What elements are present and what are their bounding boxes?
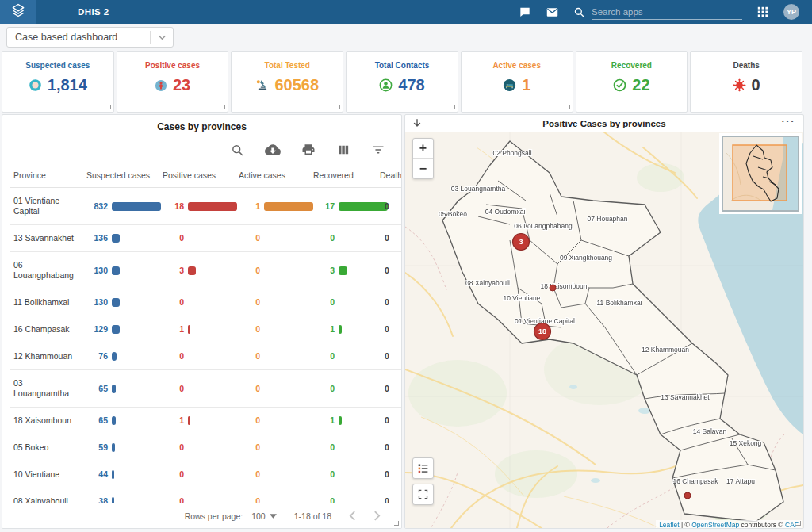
column-header: Positive cases	[159, 163, 236, 188]
pagination-range: 1-18 of 18	[294, 511, 331, 521]
suspected-value: 129	[86, 324, 108, 335]
columns-icon[interactable]	[336, 143, 350, 157]
next-page-button[interactable]	[373, 511, 381, 521]
suspected-bar	[112, 266, 120, 275]
osm-link[interactable]: OpenStreetMap	[691, 521, 739, 529]
card-resize-handle[interactable]	[220, 105, 225, 109]
mail-icon[interactable]	[546, 6, 559, 19]
map-region-label: 10 Vientiane	[503, 294, 540, 302]
more-options-icon[interactable]: ···	[782, 115, 796, 127]
map-region-label: 15 Xekong	[730, 439, 762, 447]
dhis2-logo[interactable]	[0, 0, 36, 24]
filter-icon[interactable]	[371, 143, 385, 157]
kpi-card-title: Positive cases	[117, 61, 228, 70]
deaths-value: 0	[377, 316, 401, 343]
kpi-card-deaths: Deaths0	[690, 51, 802, 113]
active-value: 0	[239, 351, 260, 362]
card-resize-handle[interactable]	[795, 105, 799, 109]
table-toolbar	[2, 132, 401, 163]
suspected-value: 136	[86, 233, 108, 243]
map-cluster-marker[interactable]: 3	[513, 234, 530, 251]
province-cell: 03 Louangnamtha	[10, 370, 83, 408]
suspected-value: 832	[86, 201, 108, 212]
card-resize-handle[interactable]	[335, 105, 340, 109]
virus-icon	[733, 78, 746, 92]
active-value: 0	[239, 415, 260, 426]
panel-resize-handle[interactable]	[394, 521, 399, 526]
rows-per-page-select[interactable]: Rows per page: 100	[185, 511, 277, 521]
dashboard-selector[interactable]: Case based dashboard	[6, 27, 174, 48]
table-header-row: ProvinceSuspected casesPositive casesAct…	[10, 163, 401, 188]
map-region-label: 09 Xiangkhouang	[560, 254, 612, 262]
table-row: 12 Khammouan760000	[10, 343, 401, 370]
kpi-cards-row: Suspected cases1,814Positive cases23Tota…	[0, 51, 812, 113]
province-cell: 01 Vientiane Capital	[10, 188, 83, 225]
deaths-value: 0	[377, 461, 401, 488]
active-value: 0	[239, 324, 260, 335]
kpi-card-value: 1,814	[48, 76, 87, 94]
kpi-card-value: 1	[522, 76, 530, 94]
positive-bar	[188, 325, 190, 334]
province-cell: 05 Bokeo	[10, 434, 83, 461]
map-canvas[interactable]: 02 Phongsali03 Louangnamtha05 Bokeo04 Ou…	[405, 132, 803, 529]
recovered-value: 0	[313, 384, 335, 394]
card-resize-handle[interactable]	[680, 105, 684, 109]
zoom-in-button[interactable]: +	[413, 139, 433, 159]
legend-button[interactable]	[412, 457, 434, 479]
positive-value: 0	[163, 297, 184, 308]
recovered-bar	[339, 416, 342, 425]
rows-per-page-label: Rows per page:	[185, 511, 243, 521]
kpi-card-active-cases: Active cases1	[461, 51, 573, 113]
deaths-value: 0	[377, 225, 401, 252]
user-avatar[interactable]: YP	[783, 4, 799, 20]
map-region-label: 13 Savannakhet	[661, 393, 710, 401]
recovered-bar	[339, 325, 342, 334]
card-resize-handle[interactable]	[450, 105, 455, 109]
deaths-value: 0	[377, 343, 401, 370]
dashboard-bar: Case based dashboard	[0, 24, 812, 51]
map-region-label: 17 Attapu	[726, 477, 755, 485]
map-panel-title: Positive Cases by provinces	[405, 119, 803, 128]
download-arrow-icon[interactable]	[412, 118, 423, 132]
leaflet-link[interactable]: Leaflet	[659, 521, 680, 529]
suspected-bar	[112, 352, 117, 361]
check-circle-icon	[613, 78, 626, 92]
microscope-icon	[255, 78, 269, 92]
overview-minimap[interactable]	[722, 136, 799, 212]
suspected-bar	[112, 202, 161, 211]
previous-page-button[interactable]	[349, 511, 356, 521]
search-apps-input[interactable]	[592, 4, 742, 20]
search-icon	[573, 6, 585, 18]
deaths-value: 0	[377, 289, 401, 316]
province-cell: 11 Bolikhamxai	[10, 289, 83, 316]
map-case-dot[interactable]	[550, 285, 556, 291]
zoom-control: + −	[412, 138, 434, 179]
map-case-dot[interactable]	[684, 492, 691, 499]
kpi-card-total-tested: Total Tested60568	[231, 51, 343, 113]
map-cluster-marker[interactable]: 18	[534, 323, 551, 340]
card-resize-handle[interactable]	[565, 105, 570, 109]
panel-resize-handle[interactable]	[796, 521, 801, 526]
active-value: 0	[239, 442, 260, 453]
print-icon[interactable]	[301, 143, 316, 157]
column-header: Suspected cases	[83, 163, 159, 188]
table-search-icon[interactable]	[231, 144, 244, 157]
marker-count: 18	[538, 327, 546, 335]
map-region-label: 12 Khammouan	[642, 346, 689, 354]
positive-bar	[188, 416, 190, 425]
suspected-value: 130	[86, 266, 108, 276]
card-resize-handle[interactable]	[106, 105, 111, 109]
zoom-out-button[interactable]: −	[413, 159, 433, 178]
fullscreen-icon	[418, 489, 428, 499]
apps-grid-icon[interactable]	[756, 6, 769, 18]
download-cloud-icon[interactable]	[265, 142, 281, 158]
kpi-card-value: 23	[173, 76, 190, 94]
table-row: 13 Savannakhet1360000	[10, 225, 401, 252]
ring-icon	[29, 78, 42, 92]
positive-bar	[188, 202, 237, 211]
messages-icon[interactable]	[519, 6, 531, 18]
fullscreen-button[interactable]	[412, 484, 434, 505]
positive-value: 18	[163, 201, 184, 212]
cases-table: ProvinceSuspected casesPositive casesAct…	[2, 163, 401, 515]
province-cell: 12 Khammouan	[10, 343, 83, 370]
